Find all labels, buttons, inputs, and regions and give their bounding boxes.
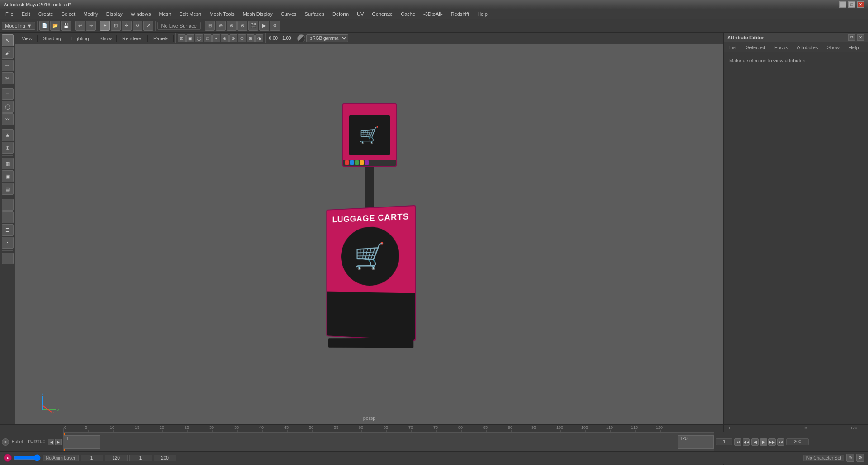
menu-file[interactable]: File [2,10,17,18]
display-mode-icon2[interactable]: ▣ [2,170,14,182]
vp-icon8[interactable]: ⬡ [238,34,246,42]
play-forward-button[interactable]: ▶ [760,438,767,446]
sculpt-icon[interactable]: ✏ [2,60,14,71]
new-file-icon[interactable]: 📄 [39,21,49,31]
menu-mesh-display[interactable]: Mesh Display [239,10,276,18]
layer-icon4[interactable]: ⋮ [2,237,14,249]
vp-icon3[interactable]: ◯ [195,34,203,42]
create-nurbs-icon[interactable]: ◯ [2,101,14,113]
go-to-start-button[interactable]: ⏮ [734,438,741,446]
paint-tool-icon[interactable]: 🖌 [2,47,14,59]
attr-close-button[interactable]: ✕ [857,34,864,41]
layer-weight-slider[interactable] [14,454,41,461]
menu-mesh[interactable]: Mesh [155,10,175,18]
close-button[interactable]: ✕ [857,1,864,8]
menu-uv[interactable]: UV [353,10,367,18]
track-prev-button[interactable]: ◀ [48,439,54,445]
timeline-track[interactable]: 1 120 [63,432,714,451]
maximize-button[interactable]: □ [848,1,855,8]
layer-icon2[interactable]: ≣ [2,211,14,223]
menu-edit[interactable]: Edit [18,10,34,18]
display-mode-icon1[interactable]: ▦ [2,158,14,169]
track-next-button[interactable]: ▶ [55,439,62,445]
tab-shading[interactable]: Shading [38,35,66,42]
create-poly-icon[interactable]: ◻ [2,88,14,100]
create-curve-icon[interactable]: 〰 [2,113,14,125]
attr-tab-selected[interactable]: Selected [742,44,769,51]
menu-create[interactable]: Create [35,10,57,18]
menu-redshift[interactable]: Redshift [447,10,473,18]
attr-float-button[interactable]: ⧉ [848,34,855,41]
step-forward-button[interactable]: ▶▶ [768,438,776,446]
layer-icon3[interactable]: ☰ [2,224,14,236]
anim-current-frame[interactable] [129,455,152,461]
ipr-render-icon[interactable]: ⚙ [270,21,280,31]
minimize-button[interactable]: ─ [839,1,846,8]
gamma-dropdown[interactable]: sRGB gamma Linear [306,34,348,42]
vp-icon5[interactable]: ✦ [212,34,220,42]
menu-mesh-tools[interactable]: Mesh Tools [206,10,238,18]
tab-panels[interactable]: Panels [149,35,174,42]
vp-icon2[interactable]: ▣ [186,34,194,42]
open-file-icon[interactable]: 📂 [50,21,60,31]
vp-icon4[interactable]: □ [204,34,212,42]
menu-edit-mesh[interactable]: Edit Mesh [175,10,205,18]
snap-to-point-icon[interactable]: ⊕ [2,142,14,154]
select-icon[interactable]: ✦ [100,21,110,31]
viewport-canvas[interactable]: X Y Z 🛒 [15,44,723,424]
tab-view[interactable]: View [17,35,38,42]
attr-tab-help[interactable]: Help [845,44,863,51]
save-file-icon[interactable]: 💾 [61,21,71,31]
vp-icon1[interactable]: ⊡ [178,34,186,42]
rotate-icon[interactable]: ↺ [133,21,142,31]
snap-point-icon[interactable]: ⊕ [216,21,226,31]
step-back-button[interactable]: ◀◀ [743,438,750,446]
snap-surface-icon[interactable]: ⊗ [227,21,237,31]
vp-icon6[interactable]: ⊕ [221,34,229,42]
attr-tab-show[interactable]: Show [823,44,843,51]
snap-grid-icon[interactable]: ⊞ [205,21,215,31]
menu-generate[interactable]: Generate [368,10,396,18]
mode-dropdown[interactable]: Modeling ▼ [2,22,35,30]
menu-curves[interactable]: Curves [277,10,300,18]
menu-surfaces[interactable]: Surfaces [301,10,328,18]
char-set-icon1[interactable]: ⊕ [846,454,854,462]
knife-icon[interactable]: ✂ [2,72,14,84]
lasso-icon[interactable]: ⊡ [111,21,121,31]
menu-modify[interactable]: Modify [80,10,101,18]
redo-icon[interactable]: ↪ [86,21,96,31]
play-back-button[interactable]: ◀ [751,438,759,446]
render-settings-icon[interactable]: 🎬 [248,21,258,31]
attr-tab-focus[interactable]: Focus [771,44,792,51]
undo-icon[interactable]: ↩ [75,21,85,31]
anim-start-frame[interactable] [81,455,103,461]
layer-icon1[interactable]: ≡ [2,199,14,211]
anim-total-frames[interactable] [154,455,176,461]
end-frame-field[interactable] [786,438,809,445]
anim-end-frame[interactable] [105,455,128,461]
go-to-end-button[interactable]: ⏭ [777,438,784,446]
snap-to-grid-icon[interactable]: ⊞ [2,129,14,141]
render-icon[interactable]: ▶ [259,21,269,31]
vp-icon10[interactable]: ◑ [255,34,263,42]
anim-layer-dropdown[interactable]: No Anim Layer [43,455,79,461]
timeline-menu-icon[interactable]: ≡ [2,438,9,446]
attr-tab-attributes[interactable]: Attributes [793,44,821,51]
char-set-dropdown[interactable]: No Character Set [803,455,844,461]
tab-show[interactable]: Show [95,35,117,42]
attr-tab-list[interactable]: List [726,44,740,51]
scale-icon[interactable]: ⤢ [143,21,153,31]
move-icon[interactable]: ✛ [122,21,132,31]
menu-3dtall[interactable]: -3DtoAll- [420,10,446,18]
current-frame-field[interactable] [716,438,732,445]
select-tool-icon[interactable]: ↖ [2,34,14,46]
tab-renderer[interactable]: Renderer [118,35,148,42]
menu-display[interactable]: Display [103,10,126,18]
vp-icon9[interactable]: ⊞ [247,34,255,42]
vp-icon7[interactable]: ⊗ [229,34,237,42]
menu-deform[interactable]: Deform [329,10,352,18]
menu-help[interactable]: Help [474,10,491,18]
tab-lighting[interactable]: Lighting [67,35,94,42]
char-set-icon2[interactable]: ⚙ [856,454,864,462]
snap-edge-icon[interactable]: ⊘ [237,21,247,31]
